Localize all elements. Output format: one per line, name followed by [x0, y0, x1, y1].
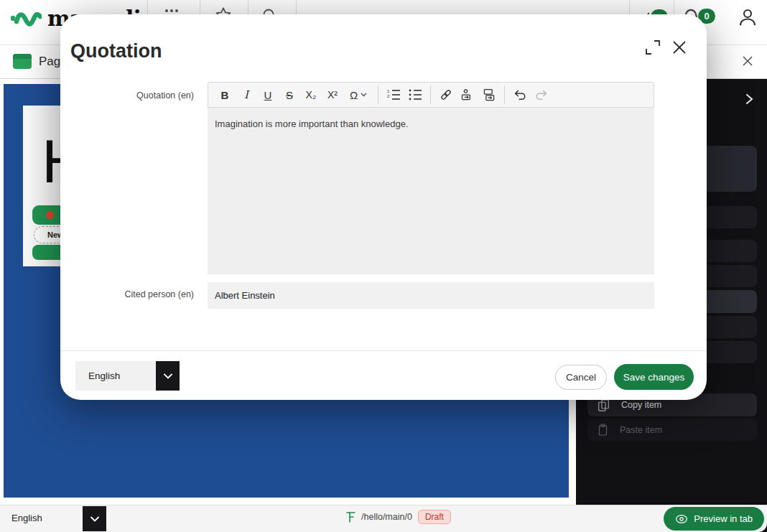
toolbar-separator — [504, 85, 505, 104]
quotation-field-label: Quotation (en) — [60, 90, 194, 101]
save-changes-button[interactable]: Save changes — [614, 364, 694, 390]
footer-divider — [60, 350, 707, 351]
dialog-language-value: English — [75, 361, 156, 391]
preview-label: Preview in tab — [694, 513, 753, 524]
quotation-dialog: Quotation Quotation (en) B I U S X₂ X² Ω — [60, 14, 707, 400]
eye-icon — [675, 514, 688, 524]
ordered-list-button[interactable]: 1 2 — [383, 85, 404, 105]
toolbar-separator — [378, 85, 378, 104]
italic-button[interactable]: I — [236, 85, 257, 105]
omega-glyph: Ω — [350, 89, 358, 101]
hierarchy-icon — [346, 511, 355, 523]
page-path-group: /hello/main/0 Draft — [346, 510, 451, 524]
menu-item-paste: Paste item — [587, 419, 757, 441]
close-dialog-icon[interactable] — [669, 37, 691, 59]
close-app-icon[interactable] — [740, 53, 757, 70]
cited-person-value: Albert Einstein — [215, 290, 275, 301]
magnolia-logo-icon — [10, 7, 42, 30]
quotation-text-editor[interactable]: Imagination is more important than knowl… — [208, 108, 654, 274]
asset-link-button[interactable] — [478, 85, 500, 105]
contact-link-button[interactable] — [457, 85, 478, 105]
bullet-list-button[interactable] — [404, 85, 426, 105]
rich-text-editor: B I U S X₂ X² Ω 1 2 — [208, 82, 654, 274]
subscript-button[interactable]: X₂ — [300, 85, 322, 105]
page-path: /hello/main/0 — [361, 512, 412, 522]
menu-item-label: Copy item — [621, 400, 661, 410]
cited-person-field-label: Cited person (en) — [60, 289, 194, 299]
collapse-panel-chevron-icon[interactable] — [744, 93, 754, 105]
expand-dialog-icon[interactable] — [643, 38, 664, 58]
link-button[interactable] — [435, 85, 457, 105]
svg-text:1: 1 — [387, 89, 390, 93]
paste-icon — [598, 423, 608, 437]
redo-button[interactable] — [531, 85, 552, 105]
toolbar-separator — [430, 85, 431, 104]
special-character-button[interactable]: Ω — [343, 85, 373, 105]
underline-button[interactable]: U — [257, 85, 279, 105]
cancel-button[interactable]: Cancel — [555, 365, 607, 390]
status-badge: Draft — [418, 510, 451, 524]
copy-icon — [598, 398, 610, 412]
app-window: magnolia — [0, 0, 767, 532]
svg-text:2: 2 — [387, 94, 390, 98]
statusbar-language-select[interactable] — [83, 506, 106, 531]
record-dot-icon — [46, 211, 54, 219]
undo-button[interactable] — [509, 85, 531, 105]
superscript-button[interactable]: X² — [322, 85, 343, 105]
dialog-language-select[interactable]: English — [75, 361, 180, 391]
language-chevron-button[interactable] — [156, 361, 180, 391]
dialog-title: Quotation — [70, 40, 162, 62]
strikethrough-button[interactable]: S — [279, 85, 300, 105]
status-bar: English /hello/main/0 Draft Preview in t… — [0, 505, 767, 532]
rte-toolbar: B I U S X₂ X² Ω 1 2 — [208, 82, 654, 108]
menu-item-label: Paste item — [620, 425, 662, 435]
cited-person-input[interactable]: Albert Einstein — [208, 282, 654, 309]
bold-button[interactable]: B — [214, 85, 236, 105]
statusbar-language-value: English — [11, 513, 42, 523]
user-icon[interactable] — [737, 6, 758, 29]
pages-app-icon — [13, 54, 32, 69]
preview-in-tab-button[interactable]: Preview in tab — [664, 507, 764, 531]
